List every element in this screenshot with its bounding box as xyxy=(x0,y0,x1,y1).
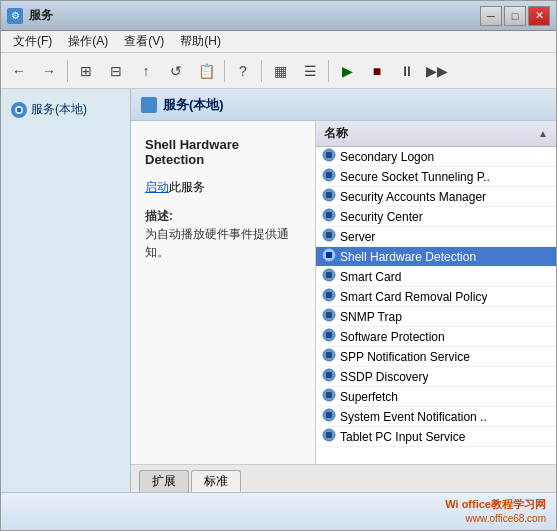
service-row[interactable]: Smart Card Removal Policy xyxy=(316,287,556,307)
service-row-icon xyxy=(322,288,336,305)
help-button[interactable]: ? xyxy=(229,57,257,85)
svg-rect-3 xyxy=(326,152,332,158)
service-list-header: 名称 ▲ xyxy=(316,121,556,147)
service-row-icon xyxy=(322,428,336,445)
svg-rect-7 xyxy=(326,192,332,198)
service-row[interactable]: Superfetch xyxy=(316,387,556,407)
menu-file[interactable]: 文件(F) xyxy=(5,31,60,52)
service-list[interactable]: Secondary Logon Secure Socket Tunneling … xyxy=(316,147,556,464)
service-row-icon xyxy=(322,248,336,265)
hide-tree-button[interactable]: ⊟ xyxy=(102,57,130,85)
toolbar-sep-3 xyxy=(261,60,262,82)
sidebar: 服务(本地) xyxy=(1,89,131,492)
service-row-icon xyxy=(322,188,336,205)
services-window: ⚙ 服务 ─ □ ✕ 文件(F) 操作(A) 查看(V) 帮助(H) ← → ⊞… xyxy=(0,0,557,531)
service-row-name: Server xyxy=(340,230,375,244)
svg-rect-11 xyxy=(326,232,332,238)
svg-rect-9 xyxy=(326,212,332,218)
service-row[interactable]: SNMP Trap xyxy=(316,307,556,327)
svg-rect-17 xyxy=(326,292,332,298)
start-service-button[interactable]: ▶ xyxy=(333,57,361,85)
detail-start-link[interactable]: 启动 xyxy=(145,180,169,194)
service-row[interactable]: Smart Card xyxy=(316,267,556,287)
detail-desc-label: 描述: xyxy=(145,208,301,225)
content-body: Shell Hardware Detection 启动此服务 描述: 为自动播放… xyxy=(131,121,556,464)
service-row[interactable]: Tablet PC Input Service xyxy=(316,427,556,447)
toolbar: ← → ⊞ ⊟ ↑ ↺ 📋 ? ▦ ☰ ▶ ■ ⏸ ▶▶ xyxy=(1,53,556,89)
watermark-line2: www.office68.com xyxy=(445,512,546,526)
service-row-name: SSDP Discovery xyxy=(340,370,428,384)
content-header-icon xyxy=(141,97,157,113)
resume-service-button[interactable]: ▶▶ xyxy=(423,57,451,85)
view1-button[interactable]: ▦ xyxy=(266,57,294,85)
tab-extended[interactable]: 扩展 xyxy=(139,470,189,492)
forward-button[interactable]: → xyxy=(35,57,63,85)
export-button[interactable]: 📋 xyxy=(192,57,220,85)
service-row[interactable]: Security Accounts Manager xyxy=(316,187,556,207)
service-row[interactable]: System Event Notification .. xyxy=(316,407,556,427)
service-row-icon xyxy=(322,268,336,285)
svg-rect-1 xyxy=(17,108,21,112)
service-row-name: SPP Notification Service xyxy=(340,350,470,364)
up-button[interactable]: ↑ xyxy=(132,57,160,85)
service-row-name: Superfetch xyxy=(340,390,398,404)
window-title: 服务 xyxy=(29,7,53,24)
service-row-name: Software Protection xyxy=(340,330,445,344)
detail-desc-container: 描述: 为自动播放硬件事件提供通知。 xyxy=(145,208,301,261)
service-row-name: Shell Hardware Detection xyxy=(340,250,476,264)
pause-service-button[interactable]: ⏸ xyxy=(393,57,421,85)
svg-rect-15 xyxy=(326,272,332,278)
service-row[interactable]: Security Center xyxy=(316,207,556,227)
stop-service-button[interactable]: ■ xyxy=(363,57,391,85)
back-button[interactable]: ← xyxy=(5,57,33,85)
service-row[interactable]: SSDP Discovery xyxy=(316,367,556,387)
service-row[interactable]: Server xyxy=(316,227,556,247)
svg-rect-5 xyxy=(326,172,332,178)
content-header-title: 服务(本地) xyxy=(163,96,224,114)
svg-rect-27 xyxy=(326,392,332,398)
maximize-button[interactable]: □ xyxy=(504,6,526,26)
watermark-text: Wi office教程学习网 www.office68.com xyxy=(445,497,546,526)
service-row-icon xyxy=(322,368,336,385)
main-content: 服务(本地) 服务(本地) Shell Hardware Detection 启… xyxy=(1,89,556,492)
menu-view[interactable]: 查看(V) xyxy=(116,31,172,52)
minimize-button[interactable]: ─ xyxy=(480,6,502,26)
menu-action[interactable]: 操作(A) xyxy=(60,31,116,52)
sidebar-item-services-local[interactable]: 服务(本地) xyxy=(5,97,126,122)
tab-standard[interactable]: 标准 xyxy=(191,470,241,492)
column-name: 名称 xyxy=(324,125,534,142)
title-bar-left: ⚙ 服务 xyxy=(7,7,53,24)
service-row[interactable]: SPP Notification Service xyxy=(316,347,556,367)
service-row-name: Tablet PC Input Service xyxy=(340,430,465,444)
service-row[interactable]: Secure Socket Tunneling P.. xyxy=(316,167,556,187)
service-row-name: System Event Notification .. xyxy=(340,410,487,424)
detail-start-link-container: 启动此服务 xyxy=(145,179,301,196)
service-row-icon xyxy=(322,328,336,345)
service-row-name: Smart Card Removal Policy xyxy=(340,290,487,304)
watermark: Wi office教程学习网 www.office68.com xyxy=(1,492,556,530)
service-row-name: Security Accounts Manager xyxy=(340,190,486,204)
window-controls: ─ □ ✕ xyxy=(480,6,550,26)
service-row-icon xyxy=(322,228,336,245)
close-button[interactable]: ✕ xyxy=(528,6,550,26)
service-row-icon xyxy=(322,148,336,165)
refresh-button[interactable]: ↺ xyxy=(162,57,190,85)
toolbar-sep-1 xyxy=(67,60,68,82)
sidebar-item-label: 服务(本地) xyxy=(31,101,87,118)
show-tree-button[interactable]: ⊞ xyxy=(72,57,100,85)
service-row[interactable]: Shell Hardware Detection xyxy=(316,247,556,267)
service-row-icon xyxy=(322,208,336,225)
svg-rect-29 xyxy=(326,412,332,418)
view2-button[interactable]: ☰ xyxy=(296,57,324,85)
detail-start-suffix: 此服务 xyxy=(169,180,205,194)
watermark-line1: Wi office教程学习网 xyxy=(445,497,546,512)
service-row-icon xyxy=(322,168,336,185)
detail-service-name: Shell Hardware Detection xyxy=(145,137,301,167)
service-row-icon xyxy=(322,348,336,365)
content-header: 服务(本地) xyxy=(131,89,556,121)
service-row[interactable]: Secondary Logon xyxy=(316,147,556,167)
title-bar: ⚙ 服务 ─ □ ✕ xyxy=(1,1,556,31)
menu-bar: 文件(F) 操作(A) 查看(V) 帮助(H) xyxy=(1,31,556,53)
menu-help[interactable]: 帮助(H) xyxy=(172,31,229,52)
service-row[interactable]: Software Protection xyxy=(316,327,556,347)
